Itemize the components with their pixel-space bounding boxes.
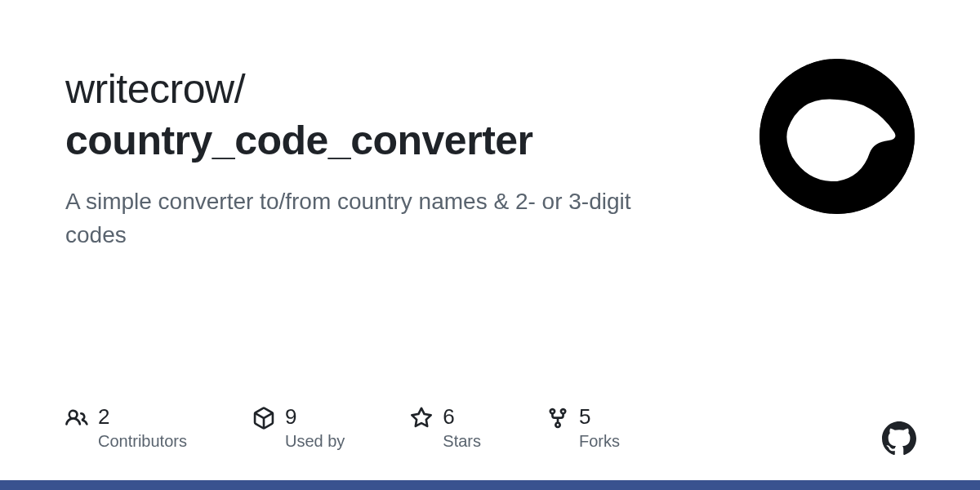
stat-value: 2 <box>98 405 187 429</box>
repo-name[interactable]: country_code_converter <box>65 115 760 167</box>
stat-stars[interactable]: 6 Stars <box>410 405 481 451</box>
repo-description: A simple converter to/from country names… <box>65 185 653 252</box>
repo-separator: / <box>234 66 245 112</box>
stat-label: Used by <box>285 432 345 451</box>
stat-value: 5 <box>579 405 620 429</box>
fork-icon <box>546 407 569 430</box>
repo-owner[interactable]: writecrow <box>65 66 234 112</box>
stat-value: 9 <box>285 405 345 429</box>
stat-forks[interactable]: 5 Forks <box>546 405 620 451</box>
repo-title: writecrow/ country_code_converter <box>65 64 760 166</box>
stats-row: 2 Contributors 9 Used by 6 Stars <box>65 405 620 451</box>
stat-value: 6 <box>443 405 481 429</box>
github-logo-icon[interactable] <box>882 421 916 456</box>
package-icon <box>252 407 275 430</box>
stat-label: Stars <box>443 432 481 451</box>
stat-label: Contributors <box>98 432 187 451</box>
stat-used-by[interactable]: 9 Used by <box>252 405 345 451</box>
repo-avatar[interactable] <box>760 59 915 214</box>
stat-contributors[interactable]: 2 Contributors <box>65 405 187 451</box>
stat-label: Forks <box>579 432 620 451</box>
accent-bar <box>0 480 980 490</box>
star-icon <box>410 407 433 430</box>
people-icon <box>65 407 88 430</box>
